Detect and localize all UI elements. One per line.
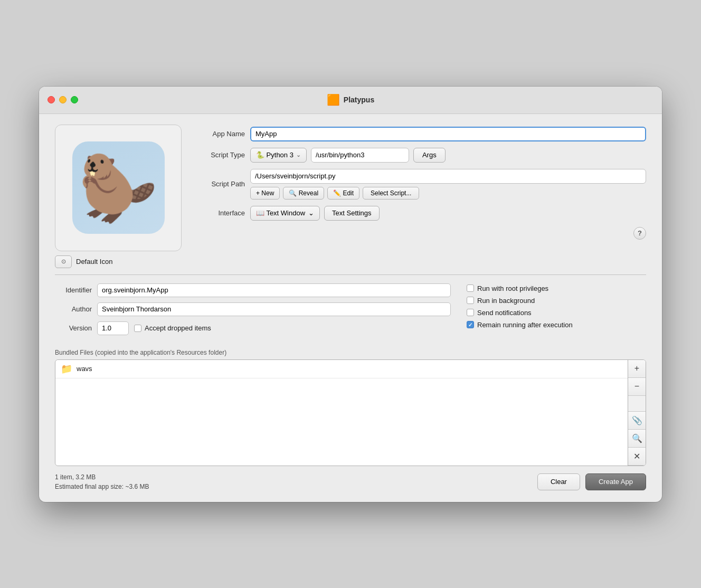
minimize-button[interactable] <box>59 96 67 103</box>
author-row: Author <box>55 302 451 316</box>
new-script-button[interactable]: + New <box>250 187 280 200</box>
item-count-text: 1 item, 3.2 MB <box>55 472 149 482</box>
accept-dropped-label[interactable]: Accept dropped items <box>134 324 211 332</box>
close-button[interactable] <box>48 96 55 103</box>
script-type-row: Script Type 🐍 Python 3 ⌄ Args <box>192 148 646 163</box>
version-label: Version <box>55 324 92 332</box>
edit-button[interactable]: ✏️ Edit <box>327 187 359 200</box>
script-buttons: + New 🔍 Reveal ✏️ Edit Select Script... <box>250 187 419 200</box>
app-logo-icon: 🟧 <box>327 93 340 106</box>
clip-button[interactable]: 📎 <box>628 412 646 430</box>
remove-file-button[interactable]: − <box>628 378 646 396</box>
clear-button[interactable]: Clear <box>537 473 580 490</box>
version-row: Version Accept dropped items <box>55 321 451 335</box>
remain-running-checkbox[interactable] <box>467 321 474 328</box>
bundled-section-label: Bundled Files (copied into the applicati… <box>55 349 646 356</box>
window-title: 🟧 Platypus <box>327 93 374 106</box>
script-path-input[interactable] <box>250 169 646 184</box>
interface-controls: 📖 Text Window ⌄ Text Settings <box>250 206 380 221</box>
chevron-down-icon: ⌄ <box>296 151 301 158</box>
file-info: 1 item, 3.2 MB Estimated final app size:… <box>55 472 149 491</box>
args-button[interactable]: Args <box>413 148 446 163</box>
interface-row: Interface 📖 Text Window ⌄ Text Settings <box>192 206 646 221</box>
interpreter-path-input[interactable] <box>311 148 409 163</box>
run-root-label[interactable]: Run with root privileges <box>467 284 646 292</box>
script-path-container: + New 🔍 Reveal ✏️ Edit Select Script... <box>250 169 646 200</box>
interface-value: 📖 Text Window <box>256 209 305 217</box>
version-input[interactable] <box>97 321 129 335</box>
script-path-label: Script Path <box>192 180 245 188</box>
default-icon-label: Default Icon <box>76 258 112 265</box>
app-icon-box: 🦫 <box>55 125 182 251</box>
run-root-checkbox[interactable] <box>467 284 474 292</box>
text-settings-button[interactable]: Text Settings <box>324 206 379 221</box>
file-list: 📁 wavs <box>55 360 628 466</box>
bundled-section: Bundled Files (copied into the applicati… <box>55 349 646 466</box>
help-button[interactable]: ? <box>633 227 646 240</box>
app-name-label: App Name <box>192 130 245 138</box>
middle-section: Identifier Author Version Accept dropped… <box>55 283 646 340</box>
delete-file-button[interactable]: ✕ <box>628 448 646 466</box>
run-background-checkbox[interactable] <box>467 297 474 304</box>
folder-icon: 📁 <box>61 363 72 375</box>
main-window: 🟧 Platypus 🦫 ⊙ Default Icon <box>39 87 662 502</box>
divider-1 <box>55 274 646 275</box>
icon-change-button[interactable]: ⊙ <box>55 255 72 268</box>
bottom-bar: 1 item, 3.2 MB Estimated final app size:… <box>55 472 646 491</box>
send-notifications-checkbox[interactable] <box>467 309 474 316</box>
create-app-button[interactable]: Create App <box>585 473 646 490</box>
file-name: wavs <box>77 365 92 373</box>
search-files-button[interactable]: 🔍 <box>628 430 646 448</box>
run-background-label[interactable]: Run in background <box>467 297 646 305</box>
icon-area: 🦫 ⊙ Default Icon <box>55 125 182 268</box>
accept-dropped-checkbox[interactable] <box>134 325 141 332</box>
bundled-container: 📁 wavs + − 📎 🔍 ✕ <box>55 359 646 466</box>
bottom-buttons: Clear Create App <box>537 473 646 490</box>
interface-selector[interactable]: 📖 Text Window ⌄ <box>250 206 320 221</box>
script-type-value: 🐍 Python 3 <box>256 151 293 159</box>
window-title-text: Platypus <box>344 96 374 104</box>
right-checkboxes: Run with root privileges Run in backgrou… <box>467 283 646 340</box>
maximize-button[interactable] <box>71 96 78 103</box>
script-type-label: Script Type <box>192 151 245 159</box>
send-notifications-label[interactable]: Send notifications <box>467 309 646 317</box>
help-row: ? <box>192 227 646 240</box>
reveal-button[interactable]: 🔍 Reveal <box>283 187 324 200</box>
author-input[interactable] <box>97 302 451 316</box>
default-icon-row: ⊙ Default Icon <box>55 255 182 268</box>
form-section: App Name Script Type 🐍 Python 3 ⌄ Args <box>192 125 646 243</box>
app-name-row: App Name <box>192 127 646 141</box>
left-fields: Identifier Author Version Accept dropped… <box>55 283 451 340</box>
remain-running-label[interactable]: Remain running after execution <box>467 321 646 329</box>
app-name-input[interactable] <box>250 127 646 141</box>
interface-chevron-icon: ⌄ <box>308 209 314 217</box>
list-item: 📁 wavs <box>55 360 628 378</box>
select-script-button[interactable]: Select Script... <box>363 187 419 200</box>
script-path-row: Script Path + New 🔍 Reveal ✏️ Edit Selec… <box>192 169 646 200</box>
file-list-empty-area <box>55 378 628 421</box>
spacer-button <box>628 396 646 412</box>
list-buttons: + − 📎 🔍 ✕ <box>628 360 646 466</box>
estimated-size-text: Estimated final app size: ~3.6 MB <box>55 482 149 491</box>
app-icon-display: 🦫 <box>72 141 165 234</box>
identifier-input[interactable] <box>97 283 451 297</box>
top-section: 🦫 ⊙ Default Icon App Name Script Type <box>55 125 646 268</box>
interface-label: Interface <box>192 209 245 217</box>
traffic-lights <box>48 96 78 103</box>
identifier-row: Identifier <box>55 283 451 297</box>
add-file-button[interactable]: + <box>628 360 646 378</box>
script-type-controls: 🐍 Python 3 ⌄ Args <box>250 148 446 163</box>
script-type-selector[interactable]: 🐍 Python 3 ⌄ <box>250 148 307 163</box>
titlebar: 🟧 Platypus <box>39 87 662 114</box>
author-label: Author <box>55 305 92 313</box>
identifier-label: Identifier <box>55 286 92 294</box>
